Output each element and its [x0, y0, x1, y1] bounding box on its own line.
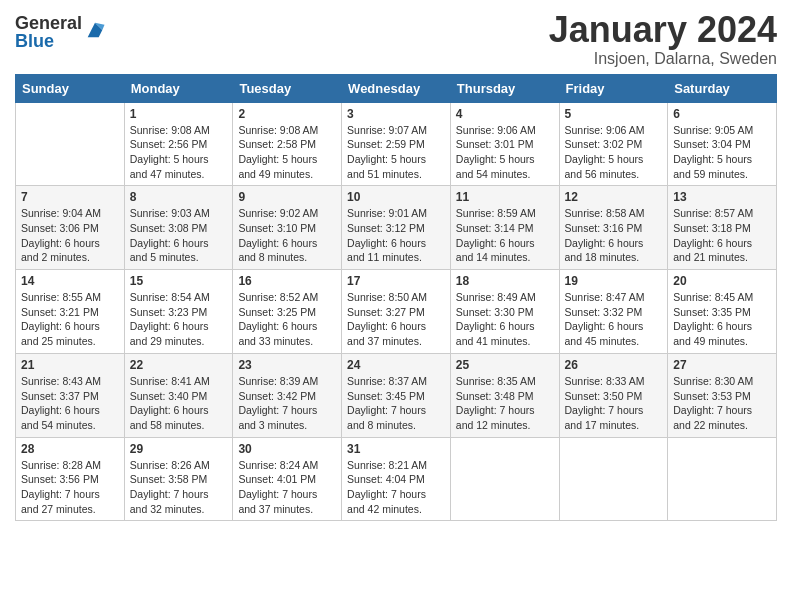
header-day-saturday: Saturday — [668, 74, 777, 102]
day-number: 21 — [21, 358, 119, 372]
logo: General Blue — [15, 14, 106, 50]
day-details: Sunrise: 8:55 AMSunset: 3:21 PMDaylight:… — [21, 290, 119, 349]
calendar-cell: 11Sunrise: 8:59 AMSunset: 3:14 PMDayligh… — [450, 186, 559, 270]
week-row-3: 21Sunrise: 8:43 AMSunset: 3:37 PMDayligh… — [16, 353, 777, 437]
day-details: Sunrise: 8:57 AMSunset: 3:18 PMDaylight:… — [673, 206, 771, 265]
header-day-friday: Friday — [559, 74, 668, 102]
calendar-cell: 26Sunrise: 8:33 AMSunset: 3:50 PMDayligh… — [559, 353, 668, 437]
day-details: Sunrise: 9:08 AMSunset: 2:56 PMDaylight:… — [130, 123, 228, 182]
day-number: 29 — [130, 442, 228, 456]
day-details: Sunrise: 8:24 AMSunset: 4:01 PMDaylight:… — [238, 458, 336, 517]
calendar-cell: 2Sunrise: 9:08 AMSunset: 2:58 PMDaylight… — [233, 102, 342, 186]
week-row-4: 28Sunrise: 8:28 AMSunset: 3:56 PMDayligh… — [16, 437, 777, 521]
calendar-cell: 20Sunrise: 8:45 AMSunset: 3:35 PMDayligh… — [668, 270, 777, 354]
calendar-cell: 16Sunrise: 8:52 AMSunset: 3:25 PMDayligh… — [233, 270, 342, 354]
day-details: Sunrise: 8:28 AMSunset: 3:56 PMDaylight:… — [21, 458, 119, 517]
calendar-cell: 19Sunrise: 8:47 AMSunset: 3:32 PMDayligh… — [559, 270, 668, 354]
day-number: 17 — [347, 274, 445, 288]
calendar-cell: 24Sunrise: 8:37 AMSunset: 3:45 PMDayligh… — [342, 353, 451, 437]
week-row-1: 7Sunrise: 9:04 AMSunset: 3:06 PMDaylight… — [16, 186, 777, 270]
calendar-cell: 6Sunrise: 9:05 AMSunset: 3:04 PMDaylight… — [668, 102, 777, 186]
calendar-cell: 1Sunrise: 9:08 AMSunset: 2:56 PMDaylight… — [124, 102, 233, 186]
day-number: 10 — [347, 190, 445, 204]
header: General Blue January 2024 Insjoen, Dalar… — [15, 10, 777, 68]
day-details: Sunrise: 8:41 AMSunset: 3:40 PMDaylight:… — [130, 374, 228, 433]
header-day-tuesday: Tuesday — [233, 74, 342, 102]
calendar-cell: 4Sunrise: 9:06 AMSunset: 3:01 PMDaylight… — [450, 102, 559, 186]
logo-icon — [84, 19, 106, 41]
month-title: January 2024 — [549, 10, 777, 50]
calendar-cell: 29Sunrise: 8:26 AMSunset: 3:58 PMDayligh… — [124, 437, 233, 521]
calendar-cell: 12Sunrise: 8:58 AMSunset: 3:16 PMDayligh… — [559, 186, 668, 270]
calendar-cell: 10Sunrise: 9:01 AMSunset: 3:12 PMDayligh… — [342, 186, 451, 270]
calendar-cell: 8Sunrise: 9:03 AMSunset: 3:08 PMDaylight… — [124, 186, 233, 270]
calendar-cell: 28Sunrise: 8:28 AMSunset: 3:56 PMDayligh… — [16, 437, 125, 521]
logo-general: General — [15, 14, 82, 32]
day-details: Sunrise: 8:52 AMSunset: 3:25 PMDaylight:… — [238, 290, 336, 349]
header-day-thursday: Thursday — [450, 74, 559, 102]
day-details: Sunrise: 8:21 AMSunset: 4:04 PMDaylight:… — [347, 458, 445, 517]
calendar-cell: 3Sunrise: 9:07 AMSunset: 2:59 PMDaylight… — [342, 102, 451, 186]
day-details: Sunrise: 9:06 AMSunset: 3:01 PMDaylight:… — [456, 123, 554, 182]
header-day-wednesday: Wednesday — [342, 74, 451, 102]
calendar-cell: 18Sunrise: 8:49 AMSunset: 3:30 PMDayligh… — [450, 270, 559, 354]
day-number: 11 — [456, 190, 554, 204]
calendar-cell: 22Sunrise: 8:41 AMSunset: 3:40 PMDayligh… — [124, 353, 233, 437]
day-number: 30 — [238, 442, 336, 456]
calendar-cell: 25Sunrise: 8:35 AMSunset: 3:48 PMDayligh… — [450, 353, 559, 437]
day-details: Sunrise: 8:35 AMSunset: 3:48 PMDaylight:… — [456, 374, 554, 433]
calendar-body: 1Sunrise: 9:08 AMSunset: 2:56 PMDaylight… — [16, 102, 777, 521]
calendar-cell: 31Sunrise: 8:21 AMSunset: 4:04 PMDayligh… — [342, 437, 451, 521]
day-number: 7 — [21, 190, 119, 204]
calendar-cell: 27Sunrise: 8:30 AMSunset: 3:53 PMDayligh… — [668, 353, 777, 437]
day-details: Sunrise: 9:01 AMSunset: 3:12 PMDaylight:… — [347, 206, 445, 265]
day-details: Sunrise: 8:58 AMSunset: 3:16 PMDaylight:… — [565, 206, 663, 265]
day-number: 5 — [565, 107, 663, 121]
header-day-monday: Monday — [124, 74, 233, 102]
day-number: 20 — [673, 274, 771, 288]
calendar-cell — [668, 437, 777, 521]
day-details: Sunrise: 9:03 AMSunset: 3:08 PMDaylight:… — [130, 206, 228, 265]
day-number: 24 — [347, 358, 445, 372]
day-details: Sunrise: 8:54 AMSunset: 3:23 PMDaylight:… — [130, 290, 228, 349]
day-number: 28 — [21, 442, 119, 456]
day-number: 27 — [673, 358, 771, 372]
calendar-header: SundayMondayTuesdayWednesdayThursdayFrid… — [16, 74, 777, 102]
day-details: Sunrise: 8:45 AMSunset: 3:35 PMDaylight:… — [673, 290, 771, 349]
calendar-cell — [450, 437, 559, 521]
day-details: Sunrise: 8:39 AMSunset: 3:42 PMDaylight:… — [238, 374, 336, 433]
calendar-cell: 9Sunrise: 9:02 AMSunset: 3:10 PMDaylight… — [233, 186, 342, 270]
day-number: 26 — [565, 358, 663, 372]
day-number: 31 — [347, 442, 445, 456]
calendar-cell: 21Sunrise: 8:43 AMSunset: 3:37 PMDayligh… — [16, 353, 125, 437]
location-title: Insjoen, Dalarna, Sweden — [549, 50, 777, 68]
calendar-cell: 7Sunrise: 9:04 AMSunset: 3:06 PMDaylight… — [16, 186, 125, 270]
day-number: 25 — [456, 358, 554, 372]
calendar-cell: 5Sunrise: 9:06 AMSunset: 3:02 PMDaylight… — [559, 102, 668, 186]
day-number: 4 — [456, 107, 554, 121]
day-number: 22 — [130, 358, 228, 372]
day-details: Sunrise: 8:49 AMSunset: 3:30 PMDaylight:… — [456, 290, 554, 349]
day-details: Sunrise: 9:08 AMSunset: 2:58 PMDaylight:… — [238, 123, 336, 182]
day-number: 14 — [21, 274, 119, 288]
day-number: 2 — [238, 107, 336, 121]
logo-blue: Blue — [15, 32, 82, 50]
calendar-cell — [559, 437, 668, 521]
day-number: 18 — [456, 274, 554, 288]
day-number: 1 — [130, 107, 228, 121]
day-number: 13 — [673, 190, 771, 204]
header-row: SundayMondayTuesdayWednesdayThursdayFrid… — [16, 74, 777, 102]
day-details: Sunrise: 8:26 AMSunset: 3:58 PMDaylight:… — [130, 458, 228, 517]
day-number: 23 — [238, 358, 336, 372]
day-number: 12 — [565, 190, 663, 204]
day-details: Sunrise: 9:02 AMSunset: 3:10 PMDaylight:… — [238, 206, 336, 265]
calendar-cell: 13Sunrise: 8:57 AMSunset: 3:18 PMDayligh… — [668, 186, 777, 270]
title-area: January 2024 Insjoen, Dalarna, Sweden — [549, 10, 777, 68]
header-day-sunday: Sunday — [16, 74, 125, 102]
day-details: Sunrise: 8:30 AMSunset: 3:53 PMDaylight:… — [673, 374, 771, 433]
day-details: Sunrise: 9:07 AMSunset: 2:59 PMDaylight:… — [347, 123, 445, 182]
calendar-table: SundayMondayTuesdayWednesdayThursdayFrid… — [15, 74, 777, 522]
week-row-2: 14Sunrise: 8:55 AMSunset: 3:21 PMDayligh… — [16, 270, 777, 354]
day-number: 8 — [130, 190, 228, 204]
calendar-cell: 17Sunrise: 8:50 AMSunset: 3:27 PMDayligh… — [342, 270, 451, 354]
